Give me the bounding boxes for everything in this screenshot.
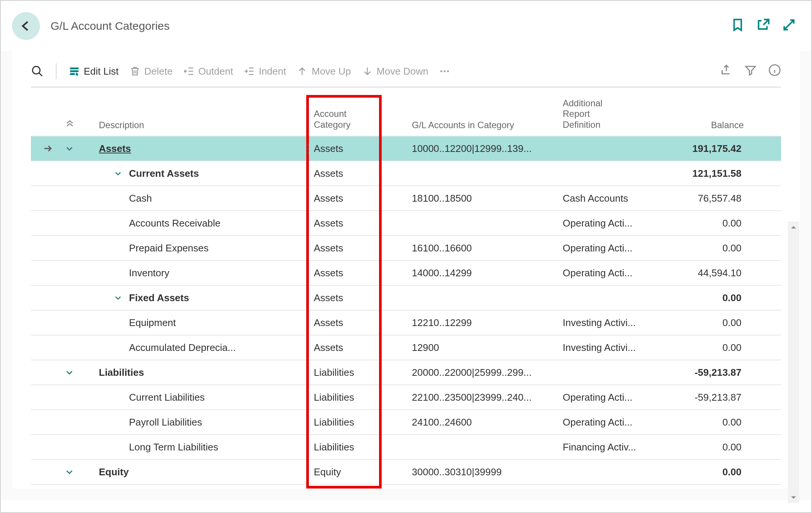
popout-button[interactable]: [756, 18, 771, 34]
cell-gl-accounts[interactable]: 12900: [412, 342, 563, 354]
cell-category[interactable]: Assets: [314, 317, 412, 329]
cell-gl-accounts[interactable]: 14000..14299: [412, 267, 563, 279]
cell-report-definition[interactable]: Cash Accounts: [563, 193, 661, 204]
expand-button[interactable]: [782, 18, 796, 34]
outdent-button[interactable]: Outdent: [183, 66, 233, 77]
cell-category[interactable]: Assets: [314, 342, 412, 354]
cell-description[interactable]: Cash: [99, 193, 314, 204]
cell-gl-accounts[interactable]: 12210..12299: [412, 317, 563, 329]
cell-description[interactable]: Payroll Liabilities: [99, 417, 314, 428]
cell-description[interactable]: Current Assets: [99, 168, 314, 179]
expand-toggle[interactable]: [65, 368, 99, 377]
cell-gl-accounts[interactable]: 30000..30310|39999: [412, 466, 563, 478]
table-row[interactable]: InventoryAssets14000..14299Operating Act…: [31, 261, 781, 286]
expand-toggle[interactable]: [65, 467, 99, 476]
cell-category[interactable]: Assets: [314, 193, 412, 204]
col-gl-accounts[interactable]: G/L Accounts in Category: [412, 120, 563, 130]
cell-balance[interactable]: 44,594.10: [661, 267, 748, 279]
cell-balance[interactable]: 0.00: [661, 242, 748, 254]
cell-description[interactable]: Accounts Receivable: [99, 217, 314, 229]
cell-report-definition[interactable]: Investing Activi...: [563, 317, 661, 329]
search-button[interactable]: [31, 65, 44, 78]
cell-category[interactable]: Assets: [314, 168, 412, 179]
cell-report-definition[interactable]: Operating Acti...: [563, 242, 661, 254]
cell-category[interactable]: Assets: [314, 267, 412, 279]
cell-category[interactable]: Assets: [314, 143, 412, 155]
cell-balance[interactable]: 0.00: [661, 417, 748, 428]
expand-toggle[interactable]: [65, 144, 99, 153]
cell-description[interactable]: Liabilities: [99, 367, 314, 378]
cell-balance[interactable]: 76,557.48: [661, 193, 748, 204]
cell-report-definition[interactable]: Operating Acti...: [563, 267, 661, 279]
table-row[interactable]: Prepaid ExpensesAssets16100..16600Operat…: [31, 236, 781, 261]
cell-balance[interactable]: 0.00: [661, 217, 748, 229]
edit-list-button[interactable]: Edit List: [69, 66, 119, 77]
cell-description[interactable]: Prepaid Expenses: [99, 242, 314, 254]
row-more-actions[interactable]: [306, 143, 309, 155]
table-row[interactable]: Current AssetsAssets121,151.58: [31, 161, 781, 186]
cell-description[interactable]: Equipment: [99, 317, 314, 329]
scroll-up-arrow[interactable]: [791, 222, 797, 233]
collapse-all-button[interactable]: [65, 118, 99, 130]
cell-category[interactable]: Assets: [314, 242, 412, 254]
cell-balance[interactable]: -59,213.87: [661, 392, 748, 403]
cell-gl-accounts[interactable]: 22100..23500|23999..240...: [412, 392, 563, 403]
table-row[interactable]: Long Term LiabilitiesLiabilitiesFinancin…: [31, 435, 781, 460]
cell-category[interactable]: Liabilities: [314, 441, 412, 453]
col-account-category[interactable]: AccountCategory: [314, 109, 412, 130]
cell-description[interactable]: Accumulated Deprecia...: [99, 342, 314, 354]
chevron-down-icon[interactable]: [114, 169, 122, 178]
cell-report-definition[interactable]: Financing Activ...: [563, 441, 661, 453]
table-row[interactable]: EquityEquity30000..30310|399990.00: [31, 460, 781, 485]
cell-gl-accounts[interactable]: 16100..16600: [412, 242, 563, 254]
cell-balance[interactable]: 0.00: [661, 466, 748, 478]
cell-description[interactable]: Assets: [99, 143, 314, 155]
table-row[interactable]: AssetsAssets10000..12200|12999..139...19…: [31, 136, 781, 161]
cell-balance[interactable]: 121,151.58: [661, 168, 748, 179]
chevron-down-icon[interactable]: [114, 294, 122, 302]
cell-balance[interactable]: 0.00: [661, 441, 748, 453]
table-row[interactable]: Accounts ReceivableAssetsOperating Acti.…: [31, 211, 781, 236]
cell-balance[interactable]: 191,175.42: [661, 143, 748, 155]
table-row[interactable]: LiabilitiesLiabilities20000..22000|25999…: [31, 360, 781, 385]
cell-category[interactable]: Liabilities: [314, 392, 412, 403]
cell-category[interactable]: Liabilities: [314, 367, 412, 378]
filter-button[interactable]: [744, 64, 757, 79]
cell-gl-accounts[interactable]: 24100..24600: [412, 417, 563, 428]
indent-button[interactable]: Indent: [244, 66, 286, 77]
table-row[interactable]: CashAssets18100..18500Cash Accounts76,55…: [31, 186, 781, 211]
cell-gl-accounts[interactable]: 20000..22000|25999..299...: [412, 367, 563, 378]
cell-balance[interactable]: 0.00: [661, 317, 748, 329]
col-description[interactable]: Description: [99, 120, 314, 130]
row-selector[interactable]: [31, 143, 65, 154]
info-button[interactable]: [768, 64, 781, 79]
back-button[interactable]: [12, 12, 40, 40]
cell-description[interactable]: Fixed Assets: [99, 292, 314, 304]
cell-category[interactable]: Assets: [314, 292, 412, 304]
more-actions-button[interactable]: [439, 66, 450, 77]
bookmark-button[interactable]: [731, 18, 745, 34]
table-row[interactable]: Accumulated Deprecia...Assets12900Invest…: [31, 335, 781, 360]
table-row[interactable]: Payroll LiabilitiesLiabilities24100..246…: [31, 410, 781, 435]
cell-gl-accounts[interactable]: 18100..18500: [412, 193, 563, 204]
table-row[interactable]: Current LiabilitiesLiabilities22100..235…: [31, 385, 781, 410]
col-balance[interactable]: Balance: [661, 120, 748, 130]
scroll-down-arrow[interactable]: [791, 492, 797, 503]
table-row[interactable]: EquipmentAssets12210..12299Investing Act…: [31, 311, 781, 335]
move-up-button[interactable]: Move Up: [296, 66, 351, 77]
cell-description[interactable]: Inventory: [99, 267, 314, 279]
cell-balance[interactable]: 0.00: [661, 292, 748, 304]
table-row[interactable]: Fixed AssetsAssets0.00: [31, 286, 781, 311]
scroll-track[interactable]: [788, 233, 799, 492]
cell-category[interactable]: Equity: [314, 466, 412, 478]
cell-category[interactable]: Liabilities: [314, 417, 412, 428]
cell-report-definition[interactable]: Operating Acti...: [563, 417, 661, 428]
cell-report-definition[interactable]: Operating Acti...: [563, 392, 661, 403]
cell-report-definition[interactable]: Investing Activi...: [563, 342, 661, 354]
cell-category[interactable]: Assets: [314, 217, 412, 229]
move-down-button[interactable]: Move Down: [362, 66, 428, 77]
share-button[interactable]: [720, 64, 733, 79]
cell-description[interactable]: Current Liabilities: [99, 392, 314, 403]
vertical-scrollbar[interactable]: [788, 222, 799, 503]
cell-description[interactable]: Equity: [99, 466, 314, 478]
